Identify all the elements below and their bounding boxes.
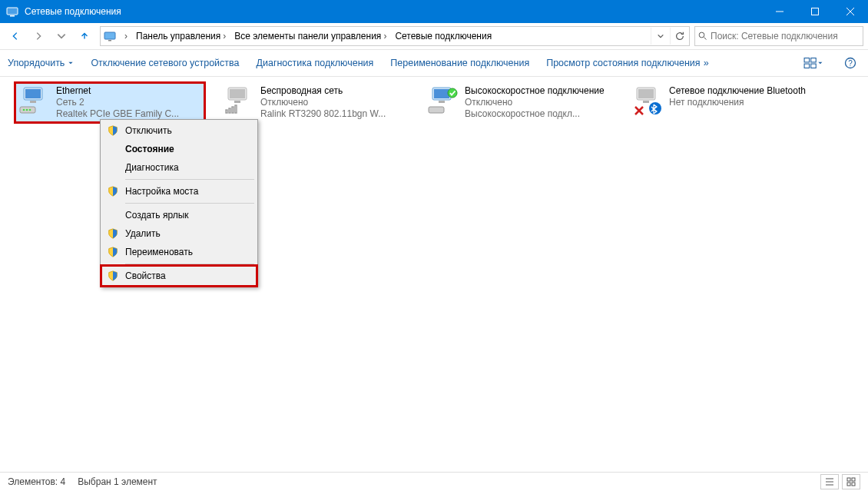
view-icons-button[interactable] — [842, 474, 860, 489]
forward-button[interactable] — [28, 25, 49, 47]
svg-rect-1 — [10, 15, 15, 17]
connection-status: Отключено — [260, 97, 406, 108]
address-bar[interactable]: › Панель управления› Все элементы панели… — [100, 26, 690, 46]
diagnose-button[interactable]: Диагностика подключения — [257, 58, 374, 68]
svg-line-9 — [704, 38, 707, 40]
svg-point-21 — [26, 109, 28, 111]
connection-name: Ethernet — [56, 85, 202, 97]
rename-button[interactable]: Переименование подключения — [390, 58, 529, 68]
svg-rect-11 — [811, 58, 816, 62]
wireless-icon — [222, 85, 256, 116]
svg-rect-45 — [852, 478, 855, 481]
svg-rect-0 — [7, 8, 18, 15]
shield-icon — [107, 227, 119, 240]
cm-separator — [125, 179, 254, 180]
connection-device: Ralink RT3290 802.11bgn W... — [260, 108, 406, 120]
window: Сетевые подключения › Панель управления›… — [0, 0, 868, 491]
bluetooth-icon — [631, 85, 664, 116]
connection-ethernet[interactable]: Ethernet Сеть 2 Realtek PCIe GBE Family … — [15, 83, 204, 122]
cm-delete[interactable]: Удалить — [102, 224, 256, 243]
help-button[interactable]: ? — [840, 53, 860, 73]
connections-list: Ethernet Сеть 2 Realtek PCIe GBE Family … — [15, 83, 853, 122]
back-button[interactable] — [5, 25, 26, 47]
up-button[interactable] — [74, 25, 95, 47]
status-count: Элементов: 4 — [8, 476, 65, 487]
breadcrumb-1[interactable]: Панель управления› — [133, 27, 231, 45]
svg-rect-44 — [847, 478, 850, 481]
refresh-button[interactable] — [670, 28, 689, 45]
close-button[interactable] — [833, 0, 868, 23]
titlebar: Сетевые подключения — [0, 0, 868, 23]
connection-wireless[interactable]: Беспроводная сеть Отключено Ralink RT329… — [220, 83, 409, 122]
disable-device-button[interactable]: Отключение сетевого устройства — [91, 58, 239, 68]
svg-rect-36 — [638, 89, 654, 98]
search-input[interactable]: Поиск: Сетевые подключения — [694, 26, 863, 46]
minimize-button[interactable] — [762, 0, 797, 23]
app-icon — [6, 5, 18, 18]
svg-point-20 — [23, 109, 25, 111]
connection-status: Сеть 2 — [56, 97, 202, 108]
window-controls — [762, 0, 868, 23]
svg-point-8 — [699, 32, 704, 38]
cm-properties[interactable]: Свойства — [102, 267, 256, 285]
svg-rect-3 — [812, 8, 819, 15]
connection-status: Отключено — [465, 97, 611, 108]
shield-icon — [107, 246, 119, 258]
cm-bridge[interactable]: Настройка моста — [102, 182, 256, 201]
svg-rect-25 — [234, 101, 240, 103]
context-menu: Отключить Состояние Диагностика Настройк… — [100, 119, 258, 287]
view-details-button[interactable] — [820, 474, 839, 489]
svg-rect-32 — [439, 101, 445, 103]
connection-bluetooth[interactable]: Сетевое подключение Bluetooth Нет подклю… — [628, 83, 817, 122]
ethernet-icon — [18, 85, 51, 116]
connection-name: Сетевое подключение Bluetooth — [669, 85, 815, 97]
breadcrumb-3[interactable]: Сетевые подключения — [392, 27, 495, 45]
svg-point-34 — [448, 88, 457, 98]
location-icon — [102, 28, 118, 44]
svg-rect-24 — [230, 89, 245, 98]
svg-rect-33 — [429, 107, 444, 113]
navigation-bar: › Панель управления› Все элементы панели… — [0, 23, 868, 50]
svg-rect-12 — [804, 64, 809, 68]
svg-rect-47 — [852, 483, 855, 486]
svg-rect-37 — [643, 101, 649, 103]
svg-rect-17 — [25, 89, 41, 98]
svg-rect-18 — [30, 101, 36, 103]
content-area: Ethernet Сеть 2 Realtek PCIe GBE Family … — [0, 77, 868, 472]
svg-rect-27 — [229, 108, 230, 113]
search-icon — [698, 32, 707, 41]
svg-rect-31 — [434, 89, 449, 98]
svg-rect-13 — [811, 64, 816, 68]
command-bar: Упорядочить Отключение сетевого устройст… — [0, 50, 868, 77]
organize-menu[interactable]: Упорядочить — [8, 58, 74, 68]
svg-text:?: ? — [848, 59, 853, 68]
cm-separator — [125, 203, 254, 204]
connection-status: Нет подключения — [669, 97, 815, 108]
highspeed-icon — [426, 85, 460, 116]
view-options-button[interactable] — [803, 53, 823, 73]
cm-rename[interactable]: Переименовать — [102, 243, 256, 261]
maximize-button[interactable] — [797, 0, 833, 23]
svg-rect-10 — [804, 58, 809, 62]
svg-rect-26 — [226, 110, 227, 113]
view-status-button[interactable]: Просмотр состояния подключения » — [546, 58, 708, 68]
svg-point-22 — [29, 109, 31, 111]
cm-shortcut[interactable]: Создать ярлык — [102, 206, 256, 224]
status-bar: Элементов: 4 Выбран 1 элемент — [0, 472, 868, 491]
recent-dropdown[interactable] — [51, 25, 72, 47]
cm-disable[interactable]: Отключить — [102, 121, 256, 140]
shield-icon — [107, 124, 119, 137]
connection-device: Высокоскоростное подкл... — [465, 108, 611, 120]
breadcrumb-2[interactable]: Все элементы панели управления› — [231, 27, 392, 45]
address-dropdown[interactable] — [651, 28, 670, 45]
shield-icon — [107, 185, 119, 197]
connection-name: Высокоскоростное подключение — [465, 85, 611, 97]
window-title: Сетевые подключения — [25, 6, 762, 17]
cm-separator — [125, 264, 254, 264]
cm-state[interactable]: Состояние — [102, 140, 256, 158]
connection-highspeed[interactable]: Высокоскоростное подключение Отключено В… — [424, 83, 613, 122]
cm-diagnose[interactable]: Диагностика — [102, 158, 256, 177]
svg-rect-28 — [232, 107, 234, 113]
breadcrumb-sep-root[interactable]: › — [119, 27, 133, 45]
svg-rect-7 — [108, 40, 111, 41]
